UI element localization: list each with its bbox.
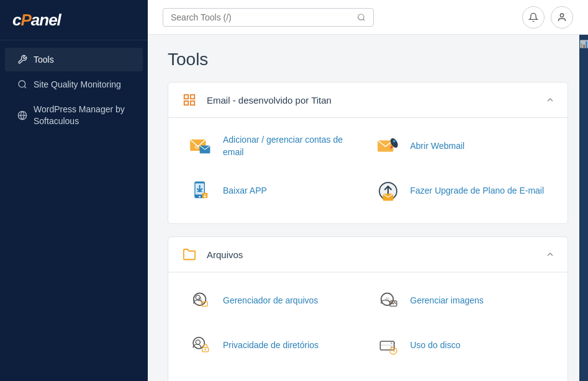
sidebar: cPanel Tools Site Quality Monitoring	[0, 0, 148, 381]
search-input[interactable]	[171, 12, 352, 22]
svg-point-45	[393, 342, 395, 344]
sidebar-item-wordpress[interactable]: WordPress Manager by Softaculous	[5, 97, 143, 132]
arquivos-section: Arquivos	[168, 236, 568, 381]
svg-point-0	[19, 81, 25, 87]
tool-images[interactable]: Gerenciar imagens	[368, 279, 556, 323]
file-manager-label: Gerenciador de arquivos	[223, 295, 318, 307]
arquivos-section-title: Arquivos	[207, 249, 243, 260]
notifications-button[interactable]	[522, 6, 545, 29]
sidebar-item-site-quality[interactable]: Site Quality Monitoring	[5, 73, 143, 96]
main-area: Tools Email - desenvolvido por Titan	[148, 0, 588, 381]
email-tools-grid: @ Adicionar / gerenciar contas de email	[168, 118, 568, 223]
email-section-header[interactable]: Email - desenvolvido por Titan	[168, 83, 568, 118]
svg-line-4	[363, 19, 365, 20]
sidebar-tools-label: Tools	[34, 54, 54, 65]
wordpress-icon	[17, 110, 27, 120]
sidebar-nav: Tools Site Quality Monitoring WordPress …	[0, 45, 148, 135]
svg-point-5	[560, 14, 563, 17]
sidebar-item-tools[interactable]: Tools	[5, 48, 143, 71]
upgrade-email-icon	[374, 177, 402, 205]
add-email-label: Adicionar / gerenciar contas de email	[223, 134, 362, 158]
bar-chart-icon: 📊	[579, 40, 589, 48]
webmail-icon	[374, 133, 402, 160]
email-section: Email - desenvolvido por Titan	[168, 82, 568, 224]
tool-baixar-app[interactable]: Baixar APP	[181, 169, 368, 213]
cpanel-logo: cPanel	[12, 10, 61, 30]
svg-line-1	[24, 86, 26, 88]
header	[148, 0, 588, 35]
arquivos-section-icon	[181, 246, 198, 263]
tools-icon	[17, 55, 27, 65]
webmail-label: Abrir Webmail	[410, 140, 465, 153]
disk-usage-icon	[374, 332, 402, 359]
dir-privacy-icon	[187, 332, 214, 359]
content-area: Tools Email - desenvolvido por Titan	[148, 35, 588, 381]
dir-privacy-label: Privacidade de diretórios	[223, 339, 319, 352]
page-title: Tools	[168, 50, 568, 69]
baixar-app-icon	[187, 177, 214, 205]
baixar-app-label: Baixar APP	[223, 185, 267, 197]
tool-dir-privacy[interactable]: Privacidade de diretórios	[181, 323, 368, 368]
svg-point-41	[204, 349, 206, 351]
email-section-left: Email - desenvolvido por Titan	[181, 91, 332, 109]
upgrade-label: Fazer Upgrade de Plano de E-mail	[410, 185, 545, 197]
ftp-icon: FTP	[374, 377, 402, 381]
arquivos-section-toggle[interactable]	[545, 249, 555, 259]
tool-web-disk[interactable]: Disco web	[181, 368, 368, 381]
arquivos-section-left: Arquivos	[181, 246, 243, 263]
tool-webmail[interactable]: Abrir Webmail	[368, 124, 556, 169]
svg-point-38	[193, 338, 204, 349]
email-section-toggle[interactable]	[545, 95, 555, 105]
svg-rect-7	[191, 95, 194, 99]
sidebar-site-quality-label: Site Quality Monitoring	[34, 79, 121, 90]
tool-ftp[interactable]: FTP Contas FTP	[368, 368, 556, 381]
svg-point-44	[391, 342, 392, 344]
web-disk-icon	[187, 377, 214, 381]
site-quality-icon	[17, 79, 27, 89]
arquivos-tools-grid: Gerenciador de arquivos	[168, 272, 568, 381]
search-bar[interactable]	[163, 8, 374, 27]
images-icon	[374, 287, 402, 315]
svg-point-15	[392, 140, 395, 143]
svg-rect-9	[184, 101, 188, 105]
svg-rect-37	[389, 301, 391, 303]
tool-upgrade[interactable]: Fazer Upgrade de Plano de E-mail	[368, 169, 556, 213]
user-menu-button[interactable]	[551, 6, 573, 29]
svg-point-39	[196, 340, 200, 344]
tool-add-email[interactable]: @ Adicionar / gerenciar contas de email	[181, 124, 368, 169]
email-section-title: Email - desenvolvido por Titan	[207, 95, 332, 105]
search-submit-button[interactable]	[357, 13, 366, 22]
logo-area: cPanel	[0, 0, 148, 40]
tool-file-manager[interactable]: Gerenciador de arquivos	[181, 279, 368, 323]
tool-disk-usage[interactable]: Uso do disco	[368, 323, 556, 368]
svg-point-20	[199, 196, 201, 198]
svg-rect-43	[380, 345, 394, 346]
svg-point-3	[358, 14, 364, 19]
add-email-icon: @	[187, 133, 214, 160]
svg-line-50	[393, 351, 395, 351]
arquivos-section-header[interactable]: Arquivos	[168, 237, 568, 272]
svg-text:@: @	[194, 144, 199, 150]
file-manager-icon	[187, 287, 214, 315]
right-sidebar-bar: 📊	[579, 35, 588, 381]
email-section-icon	[181, 91, 198, 109]
sidebar-wordpress-label: WordPress Manager by Softaculous	[34, 104, 130, 126]
svg-rect-6	[184, 95, 188, 99]
svg-rect-8	[191, 101, 194, 105]
disk-usage-label: Uso do disco	[410, 339, 461, 352]
images-label: Gerenciar imagens	[410, 295, 484, 307]
